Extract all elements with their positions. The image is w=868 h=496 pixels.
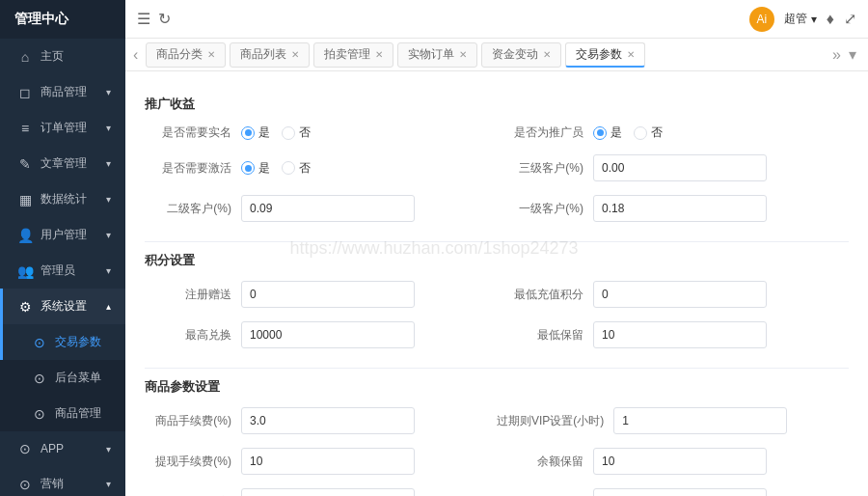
- tab-close-icon[interactable]: ✕: [291, 49, 299, 60]
- sidebar-item-label: 主页: [41, 48, 64, 65]
- tab-close-icon[interactable]: ✕: [459, 49, 467, 60]
- goods-icon: ◻: [17, 85, 33, 100]
- user-info[interactable]: 超管 ▾: [784, 11, 817, 27]
- tab-close-icon[interactable]: ✕: [627, 49, 635, 60]
- fullscreen-icon[interactable]: ⤢: [844, 10, 856, 28]
- register-gift-group: 注册赠送: [145, 281, 497, 308]
- surplus-reserve-input[interactable]: [593, 448, 767, 475]
- max-redeem-group: 最高兑换: [145, 321, 497, 348]
- goods-row-3: 最低提现金额 成为VIP价格: [145, 488, 849, 496]
- settings-icon: ⚙: [17, 299, 33, 315]
- min-withdraw-input[interactable]: [241, 488, 415, 496]
- level1-group: 一级客户(%): [497, 195, 849, 222]
- goodsmgr-icon: ⊙: [32, 406, 47, 422]
- is-promoter-group: 是否为推广员 是 否: [497, 124, 849, 141]
- service-fee-input[interactable]: [241, 407, 415, 434]
- register-gift-label: 注册赠送: [145, 287, 241, 303]
- article-icon: ✎: [17, 156, 33, 172]
- tab-auction[interactable]: 拍卖管理 ✕: [313, 42, 393, 68]
- sidebar-item-trade[interactable]: ⊙ 交易参数: [0, 324, 125, 360]
- is-promoter-no[interactable]: 否: [634, 124, 663, 141]
- level3-group: 三级客户(%): [497, 154, 849, 181]
- sidebar-item-label: 营销: [41, 476, 64, 492]
- is-promoter-yes[interactable]: 是: [593, 124, 622, 141]
- topbar-left: ☰ ↻: [137, 10, 171, 28]
- need-real-group: 是否需要实名 是 否: [145, 124, 497, 141]
- sidebar-item-label: 管理员: [41, 262, 75, 279]
- need-activate-yes[interactable]: 是: [241, 160, 270, 177]
- tabs-dropdown-icon[interactable]: ▾: [849, 45, 856, 64]
- chevron-down-icon: ▾: [106, 444, 111, 455]
- sidebar: 管理中心 ⌂ 主页 ◻ 商品管理 ▾ ≡ 订单管理 ▾ ✎ 文章管理 ▾ ▦ 数…: [0, 0, 125, 496]
- tab-goods-category[interactable]: 商品分类 ✕: [146, 42, 226, 68]
- withdraw-fee-input[interactable]: [241, 448, 415, 475]
- tab-close-icon[interactable]: ✕: [543, 49, 551, 60]
- radio-dot: [241, 161, 255, 175]
- form-row-1: 是否需要实名 是 否 是否为: [145, 124, 849, 141]
- tab-label: 资金变动: [492, 46, 538, 63]
- sidebar-title: 管理中心: [0, 0, 125, 39]
- users-icon: 👤: [17, 228, 33, 243]
- vip-expire-input[interactable]: [613, 407, 787, 434]
- register-gift-input[interactable]: [241, 281, 415, 308]
- sidebar-item-goods[interactable]: ◻ 商品管理 ▾: [0, 74, 125, 110]
- min-reserve-input[interactable]: [593, 321, 767, 348]
- camp-icon: ⊙: [17, 477, 33, 492]
- level2-input[interactable]: [241, 195, 415, 222]
- max-redeem-input[interactable]: [241, 321, 415, 348]
- need-real-label: 是否需要实名: [145, 124, 241, 141]
- sidebar-item-app[interactable]: ⊙ APP ▾: [0, 431, 125, 466]
- withdraw-fee-label: 提现手续费(%): [145, 454, 241, 470]
- min-points-input[interactable]: [593, 281, 767, 308]
- chevron-down-icon: ▾: [106, 479, 111, 489]
- need-activate-no[interactable]: 否: [282, 160, 311, 177]
- is-promoter-radio: 是 否: [593, 124, 663, 141]
- content-area: 推广收益 是否需要实名 是 否: [125, 71, 868, 496]
- level3-input[interactable]: [593, 154, 767, 181]
- tab-realorder[interactable]: 实物订单 ✕: [397, 42, 477, 68]
- sidebar-item-label: 文章管理: [41, 155, 87, 172]
- tabs-nav-more[interactable]: »: [832, 46, 841, 64]
- sidebar-item-backend[interactable]: ⊙ 后台菜单: [0, 360, 125, 396]
- tab-trade[interactable]: 交易参数 ✕: [565, 42, 645, 68]
- tab-label: 商品列表: [240, 46, 286, 63]
- sidebar-item-home[interactable]: ⌂ 主页: [0, 39, 125, 74]
- trade-icon: ⊙: [32, 335, 47, 350]
- withdraw-fee-group: 提现手续费(%): [145, 448, 497, 475]
- tab-label: 商品分类: [156, 46, 203, 63]
- sidebar-item-stats[interactable]: ▦ 数据统计 ▾: [0, 181, 125, 217]
- need-real-no[interactable]: 否: [282, 124, 311, 141]
- main-area: ☰ ↻ Ai 超管 ▾ ♦ ⤢ ‹ 商品分类 ✕ 商品列表 ✕ 拍卖管理 ✕: [125, 0, 868, 496]
- vip-price-input[interactable]: [593, 488, 767, 496]
- sidebar-item-camp[interactable]: ⊙ 营销 ▾: [0, 466, 125, 496]
- no-label: 否: [299, 124, 311, 141]
- sidebar-item-label: 商品管理: [41, 84, 87, 100]
- tabs-nav-prev[interactable]: ‹: [133, 46, 138, 64]
- vip-price-group: 成为VIP价格: [497, 488, 849, 496]
- refresh-icon[interactable]: ↻: [158, 10, 171, 28]
- sidebar-item-label: 订单管理: [41, 120, 87, 136]
- min-points-group: 最低充值积分: [497, 281, 849, 308]
- chevron-down-icon: ▾: [106, 230, 111, 240]
- tab-close-icon[interactable]: ✕: [375, 49, 383, 60]
- sidebar-item-order[interactable]: ≡ 订单管理 ▾: [0, 110, 125, 146]
- collapse-icon[interactable]: ☰: [137, 10, 150, 28]
- need-real-yes[interactable]: 是: [241, 124, 270, 141]
- sidebar-item-goodsmgr[interactable]: ⊙ 商品管理: [0, 396, 125, 431]
- tab-capital[interactable]: 资金变动 ✕: [481, 42, 561, 68]
- chevron-down-icon: ▾: [106, 123, 111, 133]
- sidebar-item-article[interactable]: ✎ 文章管理 ▾: [0, 146, 125, 181]
- sidebar-item-users[interactable]: 👤 用户管理 ▾: [0, 217, 125, 253]
- level1-input[interactable]: [593, 195, 767, 222]
- tab-close-icon[interactable]: ✕: [207, 49, 215, 60]
- sidebar-submenu: ⊙ 交易参数 ⊙ 后台菜单 ⊙ 商品管理: [0, 324, 125, 431]
- sidebar-item-admin[interactable]: 👥 管理员 ▾: [0, 253, 125, 289]
- no-label: 否: [651, 124, 663, 141]
- tab-goods-list[interactable]: 商品列表 ✕: [230, 42, 310, 68]
- bell-icon[interactable]: ♦: [827, 11, 834, 28]
- goods-section-title: 商品参数设置: [145, 378, 849, 396]
- tab-label: 拍卖管理: [324, 46, 370, 63]
- yes-label: 是: [258, 160, 270, 177]
- level2-label: 二级客户(%): [145, 201, 241, 217]
- sidebar-item-settings[interactable]: ⚙ 系统设置 ▴: [0, 289, 125, 324]
